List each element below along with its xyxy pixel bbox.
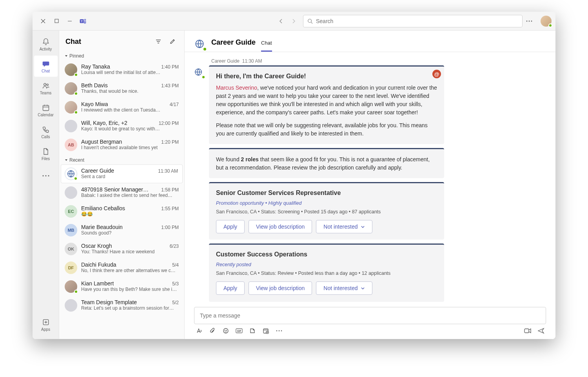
svg-point-11 — [42, 175, 44, 176]
user-avatar[interactable] — [541, 16, 552, 27]
svg-point-9 — [47, 84, 48, 85]
new-chat-button[interactable] — [167, 36, 178, 47]
chat-title: Career Guide — [211, 38, 256, 47]
svg-point-4 — [308, 19, 312, 22]
svg-rect-10 — [43, 105, 49, 110]
composer-area: GIF — [185, 303, 555, 339]
window-close-button[interactable] — [36, 14, 50, 28]
ellipsis-icon — [42, 171, 50, 180]
chat-list-panel: Chat Pinned Ray Tanaka1:40 PMLouisa will… — [59, 31, 185, 339]
video-icon[interactable] — [524, 327, 531, 334]
search-input[interactable] — [316, 18, 518, 24]
bell-icon — [42, 38, 50, 46]
not-interested-button[interactable]: Not interested — [316, 281, 372, 295]
rail-calendar[interactable]: Calendar — [34, 99, 58, 121]
rail-label: Teams — [40, 91, 51, 95]
mention-link[interactable]: Marcus Severino — [216, 85, 257, 91]
rail-label: Apps — [41, 327, 50, 332]
rail-apps[interactable]: Apps — [34, 314, 58, 335]
chat-item[interactable]: Ray Tanaka1:40 PMLouisa will send the in… — [59, 60, 184, 79]
rail-label: Activity — [40, 47, 52, 51]
rail-teams[interactable]: Teams — [34, 78, 58, 99]
job-meta: San Francisco, CA • Status: Screening • … — [216, 209, 437, 215]
svg-point-6 — [529, 20, 530, 22]
rail-label: Chat — [42, 69, 50, 73]
view-description-button[interactable]: View job description — [249, 281, 312, 295]
chevron-down-icon — [361, 225, 365, 229]
nav-back-button[interactable] — [276, 16, 287, 27]
chat-item[interactable]: Kayo Miwa4/17I reviewed with the client … — [59, 98, 184, 117]
svg-text:GIF: GIF — [237, 330, 241, 332]
app-rail: Activity Chat Teams Calendar Calls Files… — [33, 31, 59, 339]
more-options-button[interactable] — [523, 14, 536, 28]
gif-icon[interactable]: GIF — [236, 327, 243, 334]
send-icon[interactable] — [537, 327, 544, 334]
chat-content: Career Guide Chat Career Guide 11:30 AM … — [185, 31, 555, 339]
globe-icon — [65, 168, 77, 180]
chat-icon — [42, 60, 50, 68]
rail-chat[interactable]: Chat — [34, 56, 58, 77]
chat-item[interactable]: DFDaichi Fukuda5/4No, I think there are … — [59, 258, 184, 277]
more-icon[interactable] — [276, 327, 283, 334]
filter-button[interactable] — [153, 36, 164, 47]
card-heading: Hi there, I'm the Career Guide! — [216, 73, 437, 80]
chat-item[interactable]: ECEmiliano Ceballos1:55 PM😂😂 — [59, 202, 184, 221]
svg-point-3 — [84, 19, 86, 21]
svg-rect-28 — [524, 329, 529, 333]
message-composer[interactable] — [194, 307, 546, 324]
message-input[interactable] — [200, 312, 540, 319]
phone-icon — [42, 125, 50, 134]
summary-card: We found 2 roles that seem like a good f… — [209, 148, 444, 178]
apps-icon — [42, 318, 50, 326]
tab-chat[interactable]: Chat — [261, 36, 272, 52]
window-maximize-button[interactable] — [50, 14, 63, 28]
apply-button[interactable]: Apply — [216, 220, 245, 233]
section-recent[interactable]: Recent — [59, 154, 184, 164]
not-interested-button[interactable]: Not interested — [316, 220, 372, 233]
svg-point-7 — [531, 20, 532, 22]
intro-card: @ Hi there, I'm the Career Guide! Marcus… — [209, 65, 444, 144]
rail-activity[interactable]: Activity — [34, 34, 58, 55]
chat-item[interactable]: Team Design Template5/2Reta: Let's set u… — [59, 296, 184, 315]
rail-more[interactable] — [34, 165, 58, 186]
chevron-down-icon — [361, 286, 365, 290]
apply-button[interactable]: Apply — [216, 281, 245, 295]
globe-icon — [192, 37, 207, 51]
svg-point-13 — [48, 175, 49, 176]
job-card-1: Senior Customer Services Representative … — [209, 182, 444, 240]
emoji-icon[interactable] — [222, 327, 229, 334]
format-icon[interactable] — [196, 327, 203, 334]
people-icon — [42, 81, 50, 90]
search-box[interactable] — [303, 15, 523, 27]
file-icon — [42, 147, 50, 156]
section-pinned[interactable]: Pinned — [59, 50, 184, 60]
rail-files[interactable]: Files — [34, 143, 58, 164]
chat-item[interactable]: ABAugust Bergman1:20 PMI haven't checked… — [59, 135, 184, 154]
globe-icon — [192, 65, 205, 79]
svg-text:T: T — [81, 19, 83, 23]
svg-point-25 — [276, 330, 278, 332]
job-title: Senior Customer Services Representative — [216, 189, 437, 197]
chat-item[interactable]: Beth Davis1:43 PMThanks, that would be n… — [59, 79, 184, 98]
rail-calls[interactable]: Calls — [34, 121, 58, 143]
rail-label: Calls — [41, 135, 50, 139]
chat-item[interactable]: Will, Kayo, Eric, +212:00 PMKayo: It wou… — [59, 117, 184, 135]
chat-item-selected[interactable]: Career Guide11:30 AMSent a card — [61, 164, 183, 183]
sticker-icon[interactable] — [249, 327, 256, 334]
job-card-2: Customer Success Operations Recently pos… — [209, 244, 444, 302]
schedule-meeting-icon[interactable] — [262, 327, 269, 334]
chat-item[interactable]: OKOscar Krogh6/23You: Thanks! Have a nic… — [59, 240, 184, 258]
chat-item[interactable]: Kian Lambert5/3Have you ran this by Beth… — [59, 277, 184, 296]
attach-icon[interactable] — [209, 327, 216, 334]
svg-point-5 — [526, 20, 528, 22]
window-minimize-button[interactable] — [63, 14, 76, 28]
svg-point-12 — [45, 175, 46, 176]
search-icon — [307, 18, 313, 24]
calendar-icon — [42, 103, 50, 112]
view-description-button[interactable]: View job description — [249, 220, 312, 233]
chat-item[interactable]: MBMarie Beaudouin1:00 PMSounds good? — [59, 221, 184, 240]
title-bar: T — [33, 12, 555, 31]
nav-forward-button[interactable] — [288, 16, 299, 27]
job-subtitle: Recently posted — [216, 262, 437, 267]
chat-item[interactable]: 4870918 Senior Manager…1:58 PMBabak: I a… — [59, 183, 184, 202]
